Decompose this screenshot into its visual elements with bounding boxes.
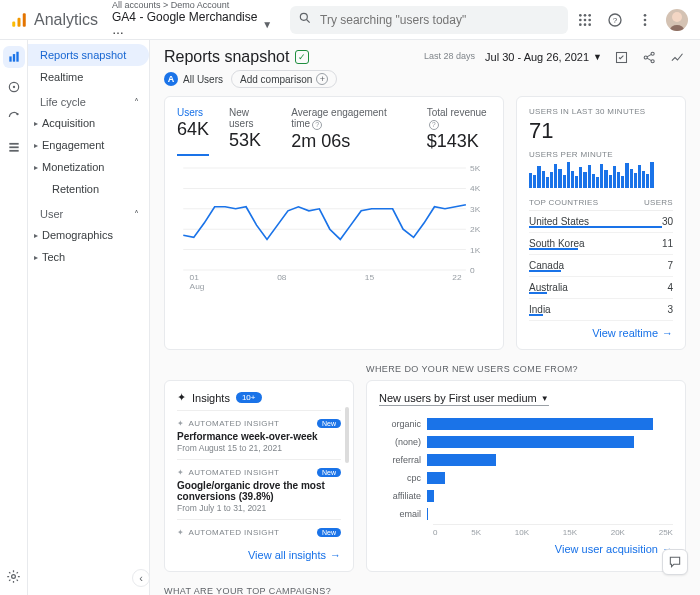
property-name: GA4 - Google Merchandise … (112, 11, 258, 37)
svg-point-12 (584, 23, 587, 26)
chevron-down-icon: ▼ (541, 394, 549, 403)
upm-sparkbars (529, 162, 673, 188)
caret-right-icon: ▸ (34, 119, 38, 128)
metric-new-users[interactable]: New users53K (229, 107, 271, 156)
apps-icon[interactable] (576, 11, 594, 29)
date-range-picker[interactable]: Jul 30 - Aug 26, 2021 ▼ (485, 51, 602, 63)
scrollbar[interactable] (345, 407, 349, 463)
svg-point-28 (12, 574, 16, 578)
view-all-insights-link[interactable]: View all insights → (177, 549, 341, 561)
realtime-card: USERS IN LAST 30 MINUTES 71 USERS PER MI… (516, 96, 686, 350)
new-badge: New (317, 528, 341, 537)
svg-point-5 (579, 14, 582, 17)
acq-bar-chart: organic (none) referral cpc affiliate em… (379, 416, 673, 522)
svg-text:Aug: Aug (190, 282, 205, 291)
caret-right-icon: ▸ (34, 231, 38, 240)
customize-report-icon[interactable] (612, 48, 630, 66)
nav-engagement[interactable]: ▸Engagement (28, 134, 149, 156)
section-question-campaigns: WHAT ARE YOUR TOP CAMPAIGNS? (164, 586, 686, 595)
svg-point-7 (588, 14, 591, 17)
acquisition-card: New users by First user medium ▼ organic… (366, 380, 686, 572)
caret-right-icon: ▸ (34, 253, 38, 262)
svg-point-18 (644, 23, 647, 26)
nav-group-user[interactable]: User˄ (28, 200, 149, 224)
svg-rect-26 (9, 146, 18, 148)
nav-demographics[interactable]: ▸Demographics (28, 224, 149, 246)
insight-item[interactable]: ✦AUTOMATED INSIGHT New Performance week-… (177, 410, 341, 459)
acq-bar-row: (none) (379, 434, 673, 450)
view-realtime-link[interactable]: View realtime → (529, 327, 673, 339)
svg-point-10 (588, 18, 591, 21)
svg-text:01: 01 (190, 273, 200, 282)
country-row[interactable]: United States 30 (529, 211, 673, 233)
segment-dot-icon: A (164, 72, 178, 86)
more-icon[interactable] (636, 11, 654, 29)
rail-explore-icon[interactable] (3, 76, 25, 98)
feedback-button[interactable] (662, 549, 688, 575)
view-user-acquisition-link[interactable]: View user acquisition → (379, 543, 673, 555)
nav-group-lifecycle[interactable]: Life cycle˄ (28, 88, 149, 112)
sparkle-icon: ✦ (177, 468, 184, 477)
nav-reports-snapshot[interactable]: Reports snapshot (28, 44, 149, 66)
svg-point-16 (644, 14, 647, 17)
nav-acquisition[interactable]: ▸Acquisition (28, 112, 149, 134)
svg-text:15: 15 (365, 273, 375, 282)
help-icon[interactable]: ? (606, 11, 624, 29)
chevron-down-icon: ▼ (593, 52, 602, 62)
acq-dimension-picker[interactable]: New users by First user medium ▼ (379, 392, 549, 406)
svg-rect-19 (9, 56, 11, 61)
nav-monetization[interactable]: ▸Monetization (28, 156, 149, 178)
country-row[interactable]: South Korea 11 (529, 233, 673, 255)
realtime-heading: USERS IN LAST 30 MINUTES (529, 107, 673, 116)
insight-item[interactable]: ✦AUTOMATED INSIGHT New Google/organic dr… (177, 459, 341, 519)
rail-configure-icon[interactable] (3, 136, 25, 158)
upm-label: USERS PER MINUTE (529, 150, 673, 159)
top-countries-label: TOP COUNTRIES (529, 198, 598, 207)
collapse-nav-button[interactable]: ‹ (132, 569, 150, 587)
svg-rect-20 (12, 54, 14, 62)
arrow-right-icon: → (662, 327, 673, 339)
plus-icon: + (316, 73, 328, 85)
nav-tech[interactable]: ▸Tech (28, 246, 149, 268)
metric-total-revenue[interactable]: Total revenue?$143K (427, 107, 491, 156)
rail-advertising-icon[interactable] (3, 106, 25, 128)
svg-point-8 (579, 18, 582, 21)
help-icon: ? (429, 120, 439, 130)
chevron-down-icon: ▼ (262, 19, 272, 30)
svg-rect-2 (23, 13, 26, 27)
nav-realtime[interactable]: Realtime (28, 66, 149, 88)
country-row[interactable]: Australia 4 (529, 277, 673, 299)
new-badge: New (317, 419, 341, 428)
share-icon[interactable] (640, 48, 658, 66)
search-input[interactable] (318, 12, 560, 28)
search-box[interactable] (290, 6, 568, 34)
segment-all-users[interactable]: A All Users (164, 72, 223, 86)
svg-point-9 (584, 18, 587, 21)
rail-admin-icon[interactable] (3, 565, 25, 587)
caret-right-icon: ▸ (34, 141, 38, 150)
overview-card: Users64KNew users53KAverage engagement t… (164, 96, 504, 350)
metric-users[interactable]: Users64K (177, 107, 209, 156)
acq-bar-row: affiliate (379, 488, 673, 504)
avatar[interactable] (666, 9, 688, 31)
insight-item[interactable]: ✦AUTOMATED INSIGHT New (177, 519, 341, 543)
svg-text:?: ? (613, 15, 618, 24)
property-selector[interactable]: All accounts > Demo Account GA4 - Google… (112, 1, 272, 37)
add-comparison-button[interactable]: Add comparison + (231, 70, 337, 88)
insights-icon[interactable] (668, 48, 686, 66)
nav-retention[interactable]: Retention (28, 178, 149, 200)
page-title: Reports snapshot ✓ (164, 48, 309, 66)
rail-reports-icon[interactable] (3, 46, 25, 68)
country-row[interactable]: India 3 (529, 299, 673, 321)
acq-bar-row: referral (379, 452, 673, 468)
svg-text:2K: 2K (470, 225, 481, 234)
new-badge: New (317, 468, 341, 477)
svg-point-17 (644, 18, 647, 21)
svg-text:3K: 3K (470, 204, 481, 213)
metric-average-engagement-time[interactable]: Average engagement time?2m 06s (291, 107, 406, 156)
country-row[interactable]: Canada 7 (529, 255, 673, 277)
date-range-label: Last 28 days (424, 52, 475, 62)
product-name: Analytics (34, 11, 98, 29)
svg-point-23 (12, 86, 14, 88)
svg-text:08: 08 (277, 273, 287, 282)
